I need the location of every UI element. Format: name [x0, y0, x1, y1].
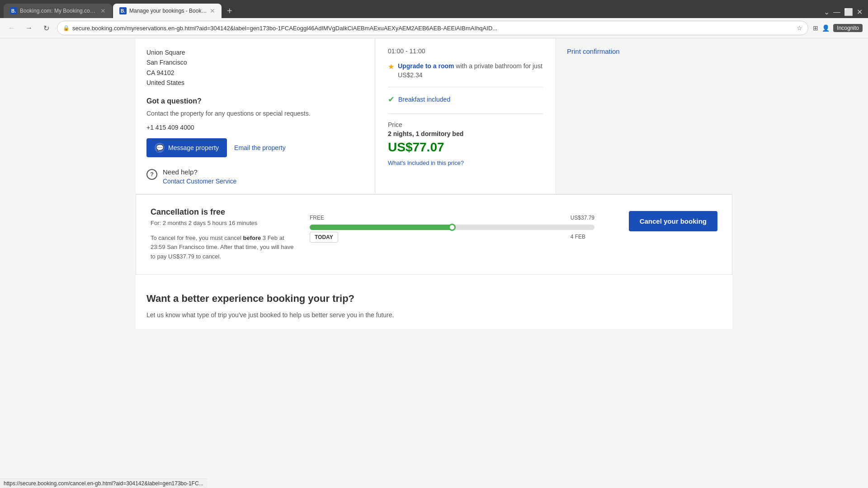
- address-line-3: CA 94102: [146, 68, 364, 78]
- timeline-dot: [448, 224, 456, 231]
- tab-booking-home[interactable]: B. Booking.com: My Booking.com... ✕: [4, 4, 112, 18]
- tab-favicon-2: B.: [119, 7, 127, 14]
- address-line-1: Union Square: [146, 47, 364, 57]
- message-icon: 💬: [155, 143, 165, 153]
- time-range: 01:00 - 11:00: [388, 47, 543, 55]
- question-section: Got a question? Contact the property for…: [146, 97, 364, 157]
- tab-close-1[interactable]: ✕: [100, 7, 106, 14]
- whats-included-link[interactable]: What's included in this price?: [388, 160, 464, 166]
- cancel-desc-bold: before: [243, 235, 261, 241]
- today-section: TODAY: [310, 234, 338, 244]
- incognito-badge: Incognito: [833, 24, 863, 32]
- left-panel: Union Square San Francisco CA 94102 Unit…: [136, 38, 375, 194]
- upper-section: Union Square San Francisco CA 94102 Unit…: [136, 38, 732, 194]
- center-panel: 01:00 - 11:00 ★ Upgrade to a room with a…: [375, 38, 556, 194]
- browser-window: B. Booking.com: My Booking.com... ✕ B. M…: [0, 0, 868, 38]
- question-title: Got a question?: [146, 97, 364, 105]
- profile-icon[interactable]: 👤: [822, 24, 830, 32]
- timeline-dates: TODAY 4 FEB: [310, 234, 594, 244]
- address-block: Union Square San Francisco CA 94102 Unit…: [146, 47, 364, 88]
- tab-title-2: Manage your bookings - Bookin...: [129, 8, 207, 14]
- tab-manage-bookings[interactable]: B. Manage your bookings - Bookin... ✕: [113, 4, 222, 18]
- expand-down-icon[interactable]: ⌄: [824, 8, 830, 16]
- tab-favicon-1: B.: [10, 7, 17, 14]
- timeline-free-label: FREE: [310, 215, 324, 221]
- cancel-booking-button[interactable]: Cancel your booking: [629, 211, 717, 231]
- customer-service-link[interactable]: Contact Customer Service: [163, 178, 236, 185]
- feb-section: 4 FEB: [571, 234, 585, 240]
- cancel-description: To cancel for free, you must cancel befo…: [151, 234, 295, 262]
- price-label: Price: [388, 121, 543, 128]
- cancel-left: Cancellation is free For: 2 months 2 day…: [151, 207, 295, 262]
- reload-button[interactable]: ↻: [40, 22, 52, 34]
- minimize-button[interactable]: —: [833, 8, 840, 16]
- cancel-right: Cancel your booking: [609, 207, 717, 231]
- print-confirmation-link[interactable]: Print confirmation: [567, 47, 722, 55]
- star-icon: ★: [388, 62, 394, 71]
- message-property-button[interactable]: 💬 Message property: [146, 138, 227, 157]
- new-tab-button[interactable]: +: [222, 4, 237, 18]
- better-experience-description: Let us know what type of trip you've jus…: [146, 310, 508, 320]
- timeline-bar: [310, 225, 594, 230]
- upgrade-text: Upgrade to a room with a private bathroo…: [398, 62, 543, 80]
- timeline-charge-label: US$37.79: [571, 215, 594, 221]
- cancel-desc-pre: To cancel for free, you must cancel: [151, 235, 243, 241]
- lock-icon: 🔒: [63, 25, 70, 31]
- divider-1: [388, 87, 543, 87]
- right-panel: Print confirmation: [556, 38, 732, 194]
- check-icon: ✔: [388, 94, 395, 104]
- email-property-link[interactable]: Email the property: [234, 144, 286, 151]
- need-help-content: Need help? Contact Customer Service: [163, 168, 236, 185]
- timeline-fill: [310, 225, 452, 230]
- price-nights: 2 nights, 1 dormitory bed: [388, 130, 543, 137]
- address-bar-controls: ⊞ 👤 Incognito: [813, 24, 863, 32]
- timeline-labels: FREE US$37.79: [310, 215, 594, 221]
- page-content: Union Square San Francisco CA 94102 Unit…: [136, 38, 732, 329]
- cancel-subtitle: For: 2 months 2 days 5 hours 16 minutes: [151, 220, 295, 226]
- feb-date: 4 FEB: [571, 234, 585, 240]
- address-bar: ← → ↻ 🔒 secure.booking.com/myreservation…: [0, 18, 868, 38]
- breakfast-row: ✔ Breakfast included: [388, 94, 543, 104]
- extensions-icon[interactable]: ⊞: [813, 24, 818, 32]
- cancel-timeline: FREE US$37.79 TODAY 4 FEB: [310, 207, 594, 252]
- maximize-button[interactable]: ⬜: [844, 8, 853, 16]
- url-text: secure.booking.com/myreservations.en-gb.…: [72, 25, 794, 32]
- bookmark-icon[interactable]: ☆: [797, 24, 802, 32]
- tab-close-2[interactable]: ✕: [210, 7, 215, 14]
- tab-title-1: Booking.com: My Booking.com...: [20, 8, 98, 14]
- better-experience-title: Want a better experience booking your tr…: [146, 293, 508, 305]
- tab-bar: B. Booking.com: My Booking.com... ✕ B. M…: [0, 0, 868, 18]
- need-help-title: Need help?: [163, 168, 236, 176]
- upgrade-banner: ★ Upgrade to a room with a private bathr…: [388, 62, 543, 80]
- address-line-4: United States: [146, 78, 364, 88]
- close-window-button[interactable]: ✕: [857, 8, 863, 16]
- help-icon: ?: [146, 169, 157, 180]
- question-description: Contact the property for any questions o…: [146, 109, 364, 118]
- url-input[interactable]: 🔒 secure.booking.com/myreservations.en-g…: [57, 21, 808, 35]
- cancel-title: Cancellation is free: [151, 207, 295, 217]
- contact-buttons: 💬 Message property Email the property: [146, 138, 364, 157]
- better-experience-wrapper: Want a better experience booking your tr…: [136, 275, 732, 329]
- better-experience-section: Want a better experience booking your tr…: [146, 275, 508, 329]
- price-amount: US$77.07: [388, 140, 543, 155]
- forward-button[interactable]: →: [23, 22, 35, 34]
- window-controls: ⌄ — ⬜ ✕: [824, 8, 868, 18]
- back-button[interactable]: ←: [5, 22, 18, 34]
- message-property-label: Message property: [168, 144, 219, 151]
- cancellation-section: Cancellation is free For: 2 months 2 day…: [136, 194, 732, 275]
- need-help-section: ? Need help? Contact Customer Service: [146, 168, 364, 185]
- upgrade-link[interactable]: Upgrade to a room: [398, 62, 454, 70]
- today-label: TODAY: [310, 232, 338, 243]
- phone-number: +1 415 409 4000: [146, 124, 364, 131]
- breakfast-text: Breakfast included: [398, 96, 450, 103]
- address-line-2: San Francisco: [146, 57, 364, 67]
- divider-2: [388, 113, 543, 114]
